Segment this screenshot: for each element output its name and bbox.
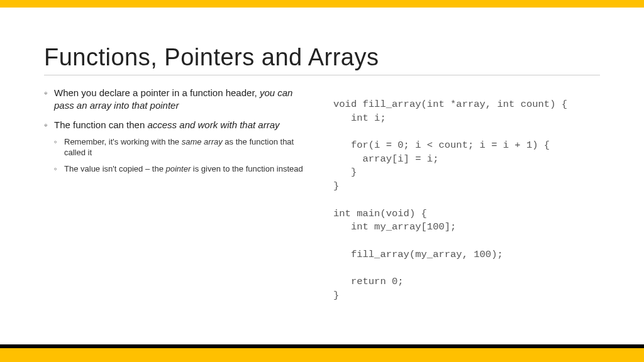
bullet-column: When you declare a pointer in a function… (44, 87, 314, 302)
list-item: The function can then access and work wi… (44, 119, 314, 175)
bullet-text: Remember, it's working with the (64, 137, 182, 146)
bullet-text-italic: same array (182, 137, 223, 146)
bullet-list: When you declare a pointer in a function… (44, 87, 314, 174)
list-item: When you declare a pointer in a function… (44, 87, 314, 112)
slide-title: Functions, Pointers and Arrays (44, 44, 600, 75)
bullet-text-italic: access and work with that array (147, 119, 279, 130)
bullet-text-italic: pointer (165, 164, 191, 173)
slide-content: Functions, Pointers and Arrays When you … (44, 44, 600, 302)
code-block: void fill_array(int *array, int count) {… (333, 87, 600, 302)
list-item: Remember, it's working with the same arr… (54, 136, 314, 158)
sub-bullet-list: Remember, it's working with the same arr… (54, 136, 314, 175)
list-item: The value isn't copied – the pointer is … (54, 163, 314, 175)
bullet-text: When you declare a pointer in a function… (54, 87, 260, 98)
top-accent-bar (0, 0, 644, 8)
two-column-layout: When you declare a pointer in a function… (44, 87, 600, 302)
bullet-text: is given to the function instead (191, 164, 303, 173)
bottom-bar-gold (0, 348, 644, 362)
bullet-text: The function can then (54, 119, 147, 130)
bottom-accent-bars (0, 344, 644, 362)
bullet-text: The value isn't copied – the (64, 164, 165, 173)
